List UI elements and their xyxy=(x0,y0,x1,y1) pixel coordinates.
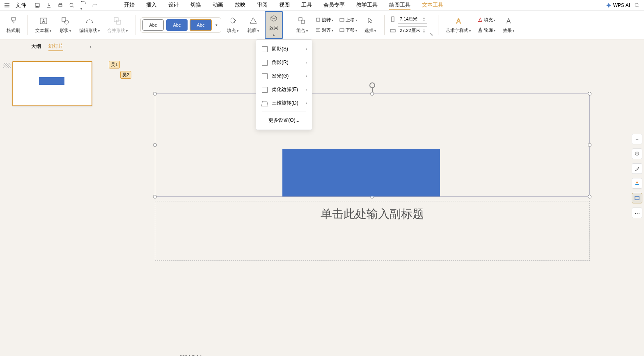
edit-shape-button[interactable]: 编辑形状 xyxy=(77,14,102,35)
wps-ai-button[interactable]: WPS AI xyxy=(606,2,630,8)
move-down-button[interactable]: 下移 xyxy=(337,26,359,34)
comment-tag-1[interactable]: 吴1 xyxy=(109,61,120,68)
selected-title-placeholder[interactable] xyxy=(155,94,590,197)
blue-rectangle-shape[interactable] xyxy=(282,149,440,196)
shape-fill-button[interactable]: 填充 xyxy=(224,14,242,35)
resize-handle-tl[interactable] xyxy=(153,92,157,96)
text-fill-button[interactable]: A填充 xyxy=(476,16,497,24)
tab-tools[interactable]: 工具 xyxy=(301,0,312,10)
right-toolbar: − ⋯ xyxy=(630,134,644,218)
shape-outline-button[interactable]: 轮廓 xyxy=(244,14,262,35)
tab-home[interactable]: 开始 xyxy=(124,0,135,10)
resize-handle-tm[interactable] xyxy=(370,92,374,96)
menu-shadow[interactable]: 阴影(S)› xyxy=(256,42,312,56)
subtitle-text: 单击此处输入副标题 xyxy=(321,206,424,222)
tab-review[interactable]: 审阅 xyxy=(257,0,268,10)
collapse-panel-icon[interactable]: ‹ xyxy=(90,44,92,50)
zoom-out-button[interactable]: − xyxy=(632,134,642,144)
svg-rect-3 xyxy=(59,3,62,5)
select-icon xyxy=(365,16,375,26)
textbox-icon: A xyxy=(39,16,48,26)
comment-tag-2[interactable]: 吴2 xyxy=(120,71,131,79)
style-preset-1[interactable]: Abc xyxy=(142,19,164,31)
search-icon[interactable] xyxy=(634,2,640,8)
undo-icon[interactable]: ▾ xyxy=(80,0,86,11)
print-icon[interactable] xyxy=(57,2,63,8)
tab-text-tools[interactable]: 文本工具 xyxy=(422,0,443,10)
subtitle-placeholder[interactable]: 单击此处输入副标题 xyxy=(155,201,590,261)
quick-access-bar: 文件 ▾ 开始 插入 设计 切换 动画 放映 审阅 视图 工具 会员专享 教学工… xyxy=(0,0,644,11)
color-button[interactable] xyxy=(632,178,642,189)
menu-reflection[interactable]: 倒影(R)› xyxy=(256,56,312,69)
text-effects-button[interactable]: A 效果 xyxy=(500,14,518,35)
size-dialog-launcher-icon[interactable]: ⤡ xyxy=(430,32,433,37)
shapes-icon xyxy=(60,16,70,26)
canvas[interactable]: 吴1 吴2 单击此处输入副标题 2024-5-14 − ⋯ xyxy=(96,39,644,356)
wordart-style-button[interactable]: A 艺术字样式 xyxy=(443,14,473,35)
resize-handle-tr[interactable] xyxy=(588,92,591,96)
tab-insert[interactable]: 插入 xyxy=(146,0,157,10)
text-outline-button[interactable]: A轮廓 xyxy=(476,26,497,34)
more-button[interactable]: ⋯ xyxy=(632,208,642,218)
tab-slideshow[interactable]: 放映 xyxy=(235,0,245,10)
format-painter-button[interactable]: 格式刷 xyxy=(4,14,23,35)
resize-handle-bl[interactable] xyxy=(153,195,157,199)
group-button[interactable]: 组合 xyxy=(293,14,311,35)
menu-soft-edge[interactable]: 柔化边缘(E)› xyxy=(256,83,312,96)
save-icon[interactable] xyxy=(34,2,40,8)
width-icon xyxy=(390,27,396,34)
menu-3d-rotation[interactable]: 三维旋转(D)› xyxy=(256,96,312,110)
file-menu[interactable]: 文件 xyxy=(16,2,26,9)
height-icon xyxy=(390,16,396,23)
redo-icon[interactable] xyxy=(92,2,98,8)
preview-icon[interactable] xyxy=(69,2,75,8)
align-button[interactable]: 对齐 xyxy=(314,26,335,34)
group-icon xyxy=(297,16,307,26)
resize-handle-ml[interactable] xyxy=(153,143,157,147)
fill-icon xyxy=(228,16,238,26)
move-up-button[interactable]: 上移 xyxy=(337,16,359,24)
hamburger-icon[interactable] xyxy=(4,2,10,8)
slide-thumbnail-1[interactable] xyxy=(12,61,92,106)
slide-editor: 单击此处输入副标题 2024-5-14 xyxy=(140,57,600,316)
shapes-button[interactable]: 形状 xyxy=(56,14,74,35)
select-button[interactable]: 选择 xyxy=(361,14,379,35)
thumbnail-shape xyxy=(39,77,64,85)
svg-rect-13 xyxy=(114,18,118,22)
tab-design[interactable]: 设计 xyxy=(168,0,179,10)
panel-button[interactable] xyxy=(632,193,642,203)
layers-button[interactable] xyxy=(632,148,642,159)
resize-handle-mr[interactable] xyxy=(588,143,591,147)
tab-teaching[interactable]: 教学工具 xyxy=(356,0,378,10)
resize-handle-br[interactable] xyxy=(588,195,591,199)
width-input[interactable]: 27.22厘米▲▼ xyxy=(398,26,427,35)
slide-date-footer: 2024-5-14 xyxy=(179,354,202,356)
tab-transition[interactable]: 切换 xyxy=(190,0,201,10)
svg-point-5 xyxy=(635,3,638,7)
style-gallery-expand-icon[interactable]: ▾ xyxy=(214,23,219,27)
height-input[interactable]: 7.14厘米▲▼ xyxy=(398,15,427,24)
rotate-button[interactable]: 旋转 xyxy=(314,16,335,24)
rotation-handle[interactable] xyxy=(369,82,375,88)
svg-rect-19 xyxy=(340,29,344,32)
tab-drawing-tools[interactable]: 绘图工具 xyxy=(389,0,410,10)
shape-effects-button[interactable]: 效果▴ xyxy=(265,11,283,39)
tab-member[interactable]: 会员专享 xyxy=(323,0,345,10)
menu-more-settings[interactable]: 更多设置(O)... xyxy=(256,114,312,127)
tab-slides[interactable]: 幻灯片 xyxy=(48,42,63,51)
textbox-button[interactable]: A 文本框 xyxy=(33,14,54,35)
svg-text:A: A xyxy=(479,27,482,32)
tab-outline[interactable]: 大纲 xyxy=(31,42,41,51)
svg-rect-21 xyxy=(390,30,395,32)
chevron-right-icon: › xyxy=(306,101,307,105)
tab-view[interactable]: 视图 xyxy=(279,0,290,10)
style-preset-2[interactable]: Abc xyxy=(166,19,188,31)
pen-button[interactable] xyxy=(632,163,642,174)
shape-style-gallery[interactable]: Abc Abc Abc ▾ xyxy=(140,17,221,33)
quick-access-toolbar: ▾ xyxy=(34,0,98,11)
svg-rect-2 xyxy=(59,5,62,7)
tab-animation[interactable]: 动画 xyxy=(213,0,223,10)
export-icon[interactable] xyxy=(46,2,52,8)
menu-glow[interactable]: 发光(G)› xyxy=(256,69,312,83)
style-preset-3[interactable]: Abc xyxy=(190,19,211,31)
